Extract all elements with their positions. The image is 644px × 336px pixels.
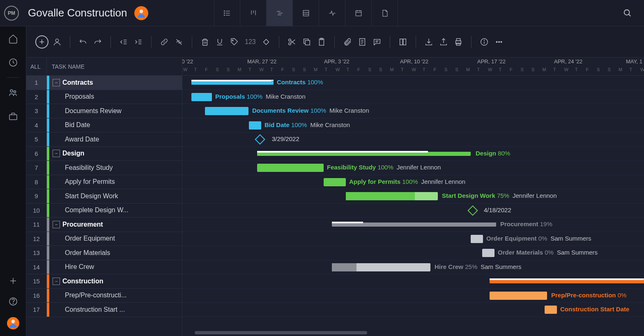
- print-button[interactable]: [452, 36, 465, 48]
- chart-row[interactable]: Bid Date 100%Mike Cranston: [182, 118, 644, 133]
- search-button[interactable]: [619, 5, 636, 21]
- info-button[interactable]: [478, 36, 490, 48]
- more-button[interactable]: [493, 36, 505, 48]
- chart-row[interactable]: 4/18/2022: [182, 204, 644, 218]
- task-row[interactable]: 12 Order Equipment: [26, 232, 182, 246]
- task-row[interactable]: 6 − Design: [26, 147, 182, 161]
- collapse-icon[interactable]: −: [53, 221, 60, 228]
- color-button[interactable]: [228, 36, 241, 48]
- horizontal-scrollbar[interactable]: [195, 331, 367, 334]
- gantt-bar[interactable]: [545, 306, 557, 314]
- user-avatar[interactable]: [7, 317, 19, 329]
- link-button[interactable]: [158, 36, 170, 48]
- tab-gantt[interactable]: [267, 0, 293, 26]
- chart-row[interactable]: Contracts 100%: [182, 76, 644, 90]
- task-row[interactable]: 9 Start Design Work: [26, 189, 182, 204]
- milestone-icon[interactable]: [467, 205, 478, 216]
- task-row[interactable]: 10 Complete Design W...: [26, 204, 182, 218]
- import-button[interactable]: [423, 36, 435, 48]
- notes-button[interactable]: [356, 36, 368, 48]
- tab-calendar[interactable]: [345, 0, 372, 26]
- task-row[interactable]: 5 Award Date: [26, 132, 182, 147]
- text-style-button[interactable]: [214, 36, 226, 48]
- outdent-button[interactable]: [117, 36, 130, 48]
- cut-button[interactable]: [286, 36, 298, 48]
- collapse-icon[interactable]: −: [53, 79, 60, 86]
- gantt-bar[interactable]: [490, 279, 644, 283]
- add-button[interactable]: +: [35, 35, 48, 49]
- gantt-bar[interactable]: [191, 93, 212, 101]
- comment-button[interactable]: [371, 36, 383, 48]
- gantt-bar[interactable]: [471, 235, 483, 243]
- chart-row[interactable]: 3/29/2022: [182, 132, 644, 147]
- tab-board[interactable]: [240, 0, 267, 26]
- indent-button[interactable]: [132, 36, 145, 48]
- collapse-icon[interactable]: −: [53, 150, 60, 157]
- task-row[interactable]: 3 Documents Review: [26, 104, 182, 118]
- task-row[interactable]: 7 Feasibility Study: [26, 161, 182, 175]
- chart-row[interactable]: Documents Review 100%Mike Cranston: [182, 104, 644, 118]
- header-all[interactable]: ALL: [26, 58, 47, 75]
- task-row[interactable]: 17 Construction Start ...: [26, 303, 182, 317]
- help-icon[interactable]: [8, 297, 18, 306]
- gantt-bar[interactable]: [346, 192, 438, 200]
- task-row[interactable]: 1 − Contracts: [26, 76, 182, 90]
- gantt-bar[interactable]: [191, 81, 274, 85]
- delete-button[interactable]: [199, 36, 211, 48]
- gantt-bar[interactable]: [257, 164, 324, 172]
- columns-button[interactable]: [397, 36, 409, 48]
- chart-row[interactable]: Design 80%: [182, 147, 644, 161]
- milestone-button[interactable]: [260, 36, 272, 48]
- task-row[interactable]: 8 Apply for Permits: [26, 175, 182, 190]
- undo-button[interactable]: [77, 36, 89, 48]
- gantt-bar[interactable]: [332, 263, 430, 271]
- gantt-bar[interactable]: [257, 152, 471, 156]
- tab-file[interactable]: [372, 0, 398, 26]
- task-row[interactable]: 11 − Procurement: [26, 218, 182, 232]
- task-row[interactable]: 13 Order Materials: [26, 246, 182, 260]
- gantt-bar[interactable]: [249, 121, 261, 130]
- tab-sheet[interactable]: [293, 0, 319, 26]
- chart-row[interactable]: Order Equipment 0%Sam Summers: [182, 232, 644, 246]
- copy-button[interactable]: [301, 36, 313, 48]
- collapse-icon[interactable]: −: [53, 278, 60, 285]
- milestone-icon[interactable]: [255, 134, 265, 144]
- chart-row[interactable]: Proposals 100%Mike Cranston: [182, 90, 644, 104]
- plus-icon[interactable]: [8, 276, 18, 286]
- task-row[interactable]: 16 Prep/Pre-constructi...: [26, 289, 182, 303]
- paste-button[interactable]: [315, 36, 328, 48]
- redo-button[interactable]: [92, 36, 104, 48]
- gantt-bar[interactable]: [205, 107, 248, 115]
- chart-row[interactable]: Construction Start Date: [182, 303, 644, 317]
- tab-activity[interactable]: [319, 0, 345, 26]
- clock-icon[interactable]: [8, 58, 18, 67]
- chart-row[interactable]: Apply for Permits 100%Jennifer Lennon: [182, 175, 644, 190]
- tab-list[interactable]: [214, 0, 240, 26]
- gantt-bar[interactable]: [332, 222, 496, 227]
- unlink-button[interactable]: [173, 36, 185, 48]
- attachment-button[interactable]: [341, 36, 354, 48]
- assign-button[interactable]: [51, 36, 63, 48]
- avatar[interactable]: [134, 6, 148, 20]
- chart-row[interactable]: Order Materials 0%Sam Summers: [182, 246, 644, 260]
- color-bar: [47, 246, 49, 260]
- export-button[interactable]: [437, 36, 450, 48]
- chart-row[interactable]: Procurement 19%: [182, 218, 644, 232]
- gantt-bar[interactable]: [490, 292, 547, 300]
- briefcase-icon[interactable]: [8, 111, 18, 121]
- task-row[interactable]: 14 Hire Crew: [26, 260, 182, 275]
- chart-row[interactable]: [182, 274, 644, 289]
- task-row[interactable]: 4 Bid Date: [26, 118, 182, 133]
- gantt-bar[interactable]: [482, 249, 494, 257]
- home-icon[interactable]: [8, 34, 18, 44]
- gantt-bar[interactable]: [324, 178, 346, 186]
- pm-logo[interactable]: PM: [4, 6, 19, 21]
- chart-row[interactable]: Hire Crew 25%Sam Summers: [182, 260, 644, 275]
- task-row[interactable]: 2 Proposals: [26, 90, 182, 104]
- team-icon[interactable]: [8, 88, 18, 97]
- task-row[interactable]: 15 − Construction: [26, 274, 182, 289]
- chart-pane[interactable]: , 20 '22MAR, 27 '22APR, 3 '22APR, 10 '22…: [182, 58, 644, 336]
- chart-row[interactable]: Start Design Work 75%Jennifer Lennon: [182, 189, 644, 204]
- chart-row[interactable]: Prep/Pre-construction 0%: [182, 289, 644, 303]
- chart-row[interactable]: Feasibility Study 100%Jennifer Lennon: [182, 161, 644, 175]
